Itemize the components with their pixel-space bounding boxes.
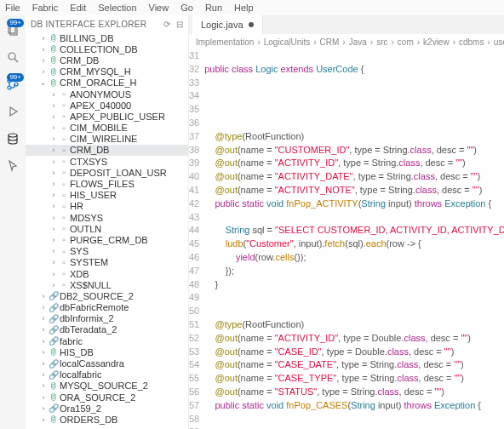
tree-item-mysql-source-2[interactable]: ›🛢MYSQL_SOURCE_2 [26, 380, 188, 392]
tree-item-cim-mobile[interactable]: ›▫CIM_MOBILE [26, 123, 188, 134]
line-number: 35 [189, 103, 199, 117]
tree-item-flows-files[interactable]: ›▫FLOWS_FILES [26, 178, 188, 189]
chevron-icon: › [49, 270, 58, 278]
collapse-icon[interactable]: ⊟ [176, 20, 183, 29]
tree-label: BILLING_DB [60, 33, 114, 43]
code-line: } [204, 278, 504, 292]
tree-item-ctxsys[interactable]: ›▫CTXSYS [26, 156, 188, 167]
folder-icon: ▫ [58, 157, 70, 166]
tree-item-dbfabricremote[interactable]: ›🔗dbFabricRemote [26, 302, 188, 313]
breadcrumb-item[interactable]: cdbms [459, 37, 484, 47]
chevron-icon: › [49, 202, 58, 210]
code-lines: public class Logic extends UserCode { @t… [204, 49, 504, 429]
tree-item-crm-mysql-h[interactable]: ›🛢CRM_MYSQL_H [26, 66, 188, 77]
tree-label: CRM_DB [70, 145, 109, 155]
tree-item-collection-db[interactable]: ›🛢COLLECTION_DB [26, 43, 188, 54]
tree-item-billing-db[interactable]: ›🛢BILLING_DB [26, 32, 188, 43]
menu-fabric[interactable]: Fabric [32, 3, 59, 13]
code-line: @out(name = "CASE_TYPE", type = String.c… [204, 372, 504, 386]
tree-item-ora-source-2[interactable]: ›🛢ORA_SOURCE_2 [26, 392, 188, 403]
tree-item-mdsys[interactable]: ›▫MDSYS [26, 212, 188, 223]
menu-run[interactable]: Run [205, 3, 222, 13]
breadcrumb-item[interactable]: LogicalUnits [264, 37, 310, 47]
tree-item-crm-db[interactable]: ›🛢CRM_DB [26, 54, 188, 66]
tree-label: APEX_040000 [70, 100, 131, 111]
tree-item-his-user[interactable]: ›▫HIS_USER [26, 190, 188, 201]
chevron-icon: › [49, 123, 58, 132]
menu-edit[interactable]: Edit [70, 3, 86, 13]
files-icon[interactable]: 99+ [3, 20, 22, 39]
tree-item-dbinformix-2[interactable]: ›🔗dbInformix_2 [26, 313, 188, 324]
refresh-icon[interactable]: ⟳ [163, 20, 170, 29]
chevron-icon: › [39, 67, 48, 76]
menu-help[interactable]: Help [234, 3, 254, 13]
line-number: 36 [189, 117, 199, 130]
tree-item-his-db[interactable]: ›🛢HIS_DB [26, 346, 188, 358]
tree-item-crm-db[interactable]: ›▫CRM_DB [26, 145, 188, 156]
chevron-icon: › [39, 45, 48, 54]
line-number: 31 [189, 49, 199, 63]
tree-label: CRM_MYSQL_H [60, 66, 131, 77]
breadcrumb-item[interactable]: Implementation [196, 37, 254, 47]
tree: ›🛢BILLING_DB›🛢COLLECTION_DB›🛢CRM_DB›🛢CRM… [26, 32, 188, 429]
code-line [204, 103, 504, 117]
breadcrumb-item[interactable]: k2view [423, 37, 450, 47]
line-number: 39 [189, 157, 199, 170]
tree-item-apex-040000[interactable]: ›▫APEX_040000 [26, 100, 188, 111]
cursor-icon[interactable] [3, 157, 22, 175]
sidebar-header: DB INTERFACE EXPLORER ⟳ ⊟ [26, 15, 188, 32]
tree-item-dbteradata-2[interactable]: ›🔗dbTeradata_2 [26, 324, 188, 335]
debug-icon[interactable] [3, 102, 22, 121]
tree-item-ora159-2[interactable]: ›🔗Ora159_2 [26, 403, 188, 414]
tree-item-system[interactable]: ›▫SYSTEM [26, 257, 188, 268]
menu-file[interactable]: File [5, 3, 20, 13]
tree-item-xs-null[interactable]: ›▫XS$NULL [26, 279, 188, 290]
line-number: 58 [189, 413, 199, 426]
breadcrumb-sep: › [487, 37, 490, 47]
tree-label: CRM_DB [60, 55, 99, 66]
search-icon[interactable] [3, 48, 22, 66]
tree-item-cim-wireline[interactable]: ›▫CIM_WIRELINE [26, 134, 188, 145]
tree-item-localfabric[interactable]: ›🔗localfabric [26, 369, 188, 380]
breadcrumb-sep: › [417, 37, 420, 47]
tree-label: APEX_PUBLIC_USER [70, 112, 165, 122]
code-line [204, 426, 504, 429]
source-control-icon[interactable]: 99+ [3, 75, 22, 94]
files-badge: 99+ [7, 19, 24, 27]
tree-item-outln[interactable]: ›▫OUTLN [26, 223, 188, 234]
menu-view[interactable]: View [149, 3, 169, 13]
breadcrumb-item[interactable]: Java [349, 37, 367, 47]
tree-item-db2-source-2[interactable]: ›🔗DB2_SOURCE_2 [26, 290, 188, 301]
tree-item-crm-oracle-h[interactable]: ⌄🛢CRM_ORACLE_H [26, 77, 188, 89]
breadcrumb-item[interactable]: usercode [494, 37, 504, 47]
breadcrumb-item[interactable]: com [398, 37, 414, 47]
chevron-icon: › [49, 134, 58, 143]
tree-item-localcassandra[interactable]: ›🔗localCassandra [26, 358, 188, 369]
db-icon: 🛢 [48, 347, 60, 357]
tab-logic-java[interactable]: Logic.java [192, 15, 263, 34]
chevron-icon: › [49, 225, 58, 233]
tree-item-xdb[interactable]: ›▫XDB [26, 268, 188, 279]
tree-label: dbInformix_2 [60, 313, 114, 323]
chevron-icon: › [49, 101, 58, 110]
tree-item-orders-db[interactable]: ›🛢ORDERS_DB [26, 414, 188, 425]
line-number: 43 [189, 211, 199, 225]
tree-item-deposit-loan-usr[interactable]: ›▫DEPOSIT_LOAN_USR [26, 167, 188, 178]
menu-selection[interactable]: Selection [98, 3, 136, 13]
breadcrumb-item[interactable]: CRM [320, 37, 340, 47]
tree-item-hr[interactable]: ›▫HR [26, 201, 188, 212]
tree-item-apex-public-user[interactable]: ›▫APEX_PUBLIC_USER [26, 111, 188, 122]
menu-go[interactable]: Go [180, 3, 193, 13]
chevron-icon: › [39, 303, 48, 312]
breadcrumb[interactable]: Implementation›LogicalUnits›CRM›Java›src… [189, 34, 504, 49]
code-line [204, 117, 504, 130]
tree-item-sys[interactable]: ›▫SYS [26, 246, 188, 257]
db-icon: 🛢 [48, 381, 60, 391]
tree-item-anonymous[interactable]: ›▫ANONYMOUS [26, 89, 188, 100]
tree-item-purge-crm-db[interactable]: ›▫PURGE_CRM_DB [26, 234, 188, 245]
code-editor[interactable]: 3132333435363738394041424344454647484950… [189, 49, 504, 429]
chevron-icon: › [39, 393, 48, 402]
breadcrumb-item[interactable]: src [376, 37, 387, 47]
database-icon[interactable] [3, 129, 22, 148]
tree-item-fabric[interactable]: ›🔗fabric [26, 335, 188, 346]
